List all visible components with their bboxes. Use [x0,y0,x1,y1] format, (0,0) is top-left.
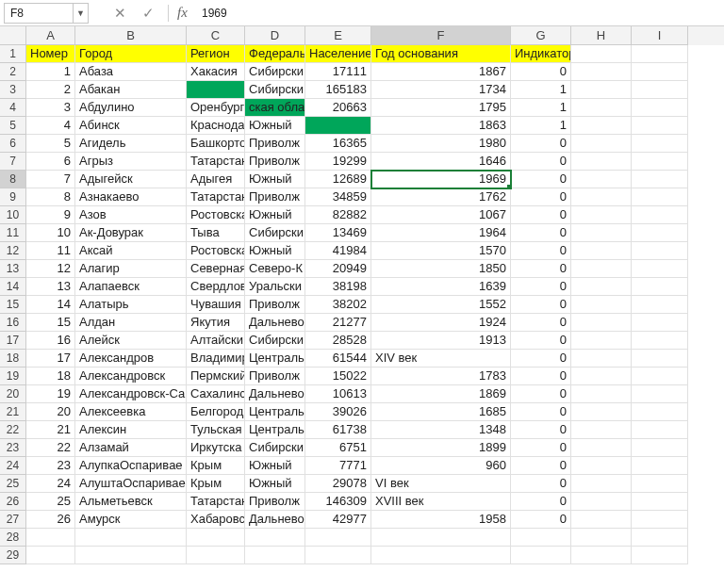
cell[interactable]: Приволж [245,188,305,206]
row-header-13[interactable]: 13 [0,260,26,278]
cell[interactable]: Алейск [75,332,187,350]
cell[interactable] [187,547,245,564]
cell[interactable] [632,511,688,529]
cell[interactable]: 20 [26,403,75,421]
cell[interactable]: Сибирски [245,63,305,81]
cell[interactable]: АлуштаОспаривае [75,475,187,493]
cell[interactable]: 15 [26,314,75,332]
cell[interactable]: Централь [245,350,305,368]
row-header-29[interactable]: 29 [0,547,26,564]
cell[interactable] [571,493,632,511]
cell[interactable] [571,63,632,81]
cell[interactable]: 0 [511,260,571,278]
cell[interactable]: 0 [511,188,571,206]
cell[interactable]: Алапаевск [75,278,187,296]
cell[interactable]: Татарстан [187,188,245,206]
cell[interactable] [187,81,245,99]
cell[interactable]: Дальнево [245,314,305,332]
col-header-A[interactable]: A [26,26,75,45]
cell[interactable] [571,547,632,564]
cell[interactable]: Александровск [75,368,187,385]
cell[interactable]: Сахалинс [187,385,245,403]
fx-icon[interactable]: fx [168,5,185,22]
cell[interactable] [305,117,371,135]
cell[interactable]: 0 [511,206,571,224]
cell[interactable]: 6751 [305,439,371,457]
cell[interactable]: Уральски [245,278,305,296]
cell[interactable]: Свердлов [187,278,245,296]
row-header-4[interactable]: 4 [0,99,26,117]
cell[interactable] [632,547,688,564]
cell[interactable]: 0 [511,153,571,171]
cell[interactable]: Александров [75,350,187,368]
cell[interactable]: 82882 [305,206,371,224]
cell[interactable]: Хакасия [187,63,245,81]
cell[interactable]: Чувашия [187,296,245,314]
cell[interactable]: Тульская [187,421,245,439]
cell[interactable]: 2 [26,81,75,99]
cell[interactable]: 0 [511,350,571,368]
cell[interactable]: 0 [511,439,571,457]
row-header-22[interactable]: 22 [0,421,26,439]
col-header-C[interactable]: C [187,26,245,45]
cell[interactable]: 1964 [371,224,511,242]
cell[interactable] [632,81,688,99]
header-cell[interactable]: Номер [26,45,75,63]
cell[interactable] [632,117,688,135]
cell[interactable]: Приволж [245,135,305,153]
cell[interactable] [571,153,632,171]
cell[interactable]: Южный [245,475,305,493]
cell[interactable]: Централь [245,403,305,421]
cell[interactable]: Алзамай [75,439,187,457]
cell[interactable] [75,547,187,564]
cell[interactable] [371,547,511,564]
cell[interactable]: 16 [26,332,75,350]
cell[interactable]: 1639 [371,278,511,296]
row-header-25[interactable]: 25 [0,475,26,493]
namebox-dropdown[interactable]: ▼ [74,3,89,24]
cell[interactable]: 13 [26,278,75,296]
row-header-26[interactable]: 26 [0,493,26,511]
cell[interactable]: Южный [245,117,305,135]
cell[interactable]: 146309 [305,493,371,511]
cell[interactable]: Оренбург [187,99,245,117]
cell[interactable]: 14 [26,296,75,314]
cell[interactable]: Азов [75,206,187,224]
cell[interactable] [571,529,632,547]
cell[interactable]: ская обла [245,99,305,117]
cell[interactable]: Татарстан [187,153,245,171]
cell[interactable]: 25 [26,493,75,511]
cell[interactable] [245,529,305,547]
header-cell[interactable]: Федеральн [245,45,305,63]
cell[interactable]: 23 [26,457,75,475]
cell[interactable]: 1958 [371,511,511,529]
cell[interactable] [571,224,632,242]
cell[interactable]: Дальнево [245,385,305,403]
cell[interactable]: Агрыз [75,153,187,171]
cell[interactable]: 11 [26,242,75,260]
row-header-20[interactable]: 20 [0,385,26,403]
cell[interactable] [632,421,688,439]
cell[interactable]: 1067 [371,206,511,224]
cell[interactable] [571,511,632,529]
cell[interactable] [571,81,632,99]
cell[interactable]: Алтайски [187,332,245,350]
cell[interactable]: 17 [26,350,75,368]
formula-bar[interactable]: 1969 [202,7,227,20]
row-header-7[interactable]: 7 [0,153,26,171]
cell[interactable]: Татарстан [187,493,245,511]
cell[interactable] [511,547,571,564]
cell[interactable]: Приволж [245,368,305,385]
cell[interactable]: 0 [511,332,571,350]
cell[interactable] [571,260,632,278]
cell[interactable]: Белгород [187,403,245,421]
cell[interactable]: Алатырь [75,296,187,314]
cell[interactable]: Альметьевск [75,493,187,511]
cell[interactable]: 0 [511,511,571,529]
cell[interactable] [632,332,688,350]
cell[interactable]: 0 [511,421,571,439]
cell[interactable] [26,529,75,547]
cell[interactable]: XVIII век [371,493,511,511]
cell[interactable] [632,493,688,511]
col-header-I[interactable]: I [632,26,688,45]
